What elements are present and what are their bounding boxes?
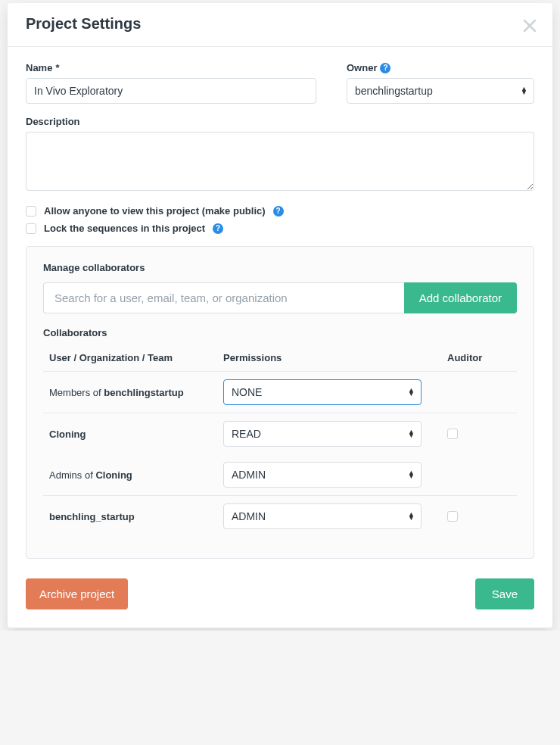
chevron-updown-icon: ▲▼ <box>408 471 421 478</box>
permission-select[interactable]: READ▲▼ <box>223 421 422 447</box>
chevron-updown-icon: ▲▼ <box>408 388 421 396</box>
header-auditor: Auditor <box>425 352 517 363</box>
collaborators-table: User / Organization / Team Permissions A… <box>43 346 517 537</box>
help-icon[interactable]: ? <box>380 63 390 73</box>
modal-header: Project Settings <box>8 3 552 47</box>
manage-collaborators-panel: Manage collaborators Add collaborator Co… <box>26 246 534 559</box>
save-button[interactable]: Save <box>475 578 534 609</box>
header-user: User / Organization / Team <box>49 352 223 363</box>
collaborator-name: Admins of Cloning <box>49 469 223 481</box>
archive-project-button[interactable]: Archive project <box>26 578 128 609</box>
owner-select[interactable]: benchlingstartup ▲▼ <box>347 78 534 104</box>
collaborator-search-input[interactable] <box>43 282 404 313</box>
description-label: Description <box>26 116 534 127</box>
chevron-updown-icon: ▲▼ <box>408 513 421 520</box>
auditor-checkbox[interactable] <box>447 429 458 439</box>
name-input[interactable] <box>26 78 316 104</box>
close-icon <box>522 18 537 33</box>
table-row: CloningREAD▲▼ <box>43 413 517 454</box>
close-button[interactable] <box>522 18 537 33</box>
permission-select[interactable]: NONE▲▼ <box>223 379 422 405</box>
collaborator-name: benchling_startup <box>49 511 223 522</box>
permission-select[interactable]: ADMIN▲▼ <box>223 503 422 529</box>
auditor-cell <box>425 511 517 522</box>
name-label: Name* <box>26 62 316 73</box>
manage-title: Manage collaborators <box>43 262 517 273</box>
auditor-checkbox[interactable] <box>447 511 458 522</box>
permission-select[interactable]: ADMIN▲▼ <box>223 462 422 488</box>
collaborators-subtitle: Collaborators <box>43 327 517 338</box>
lock-checkbox-row[interactable]: Lock the sequences in this project ? <box>26 223 534 234</box>
public-checkbox-row[interactable]: Allow anyone to view this project (make … <box>26 205 534 217</box>
checkbox-icon <box>26 223 36 234</box>
header-permissions: Permissions <box>223 352 425 363</box>
table-row: Admins of CloningADMIN▲▼ <box>43 454 517 495</box>
chevron-updown-icon: ▲▼ <box>521 87 534 95</box>
owner-label: Owner ? <box>347 62 534 73</box>
modal-footer: Archive project Save <box>8 563 552 628</box>
help-icon[interactable]: ? <box>273 206 284 217</box>
description-textarea[interactable] <box>26 132 534 191</box>
collaborator-name: Cloning <box>49 429 223 440</box>
modal-body: Name* Owner ? benchlingstartup ▲▼ Descri… <box>8 47 552 563</box>
add-collaborator-button[interactable]: Add collaborator <box>404 282 517 313</box>
help-icon[interactable]: ? <box>213 223 223 234</box>
table-row: Members of benchlingstartupNONE▲▼ <box>43 372 517 413</box>
table-row: benchling_startupADMIN▲▼ <box>43 496 517 537</box>
table-header-row: User / Organization / Team Permissions A… <box>43 346 517 371</box>
modal-title: Project Settings <box>26 15 534 33</box>
collaborator-name: Members of benchlingstartup <box>49 387 223 398</box>
auditor-cell <box>425 429 517 439</box>
checkbox-icon <box>26 206 36 217</box>
chevron-updown-icon: ▲▼ <box>408 430 421 438</box>
project-settings-modal: Project Settings Name* Owner ? <box>8 3 552 628</box>
